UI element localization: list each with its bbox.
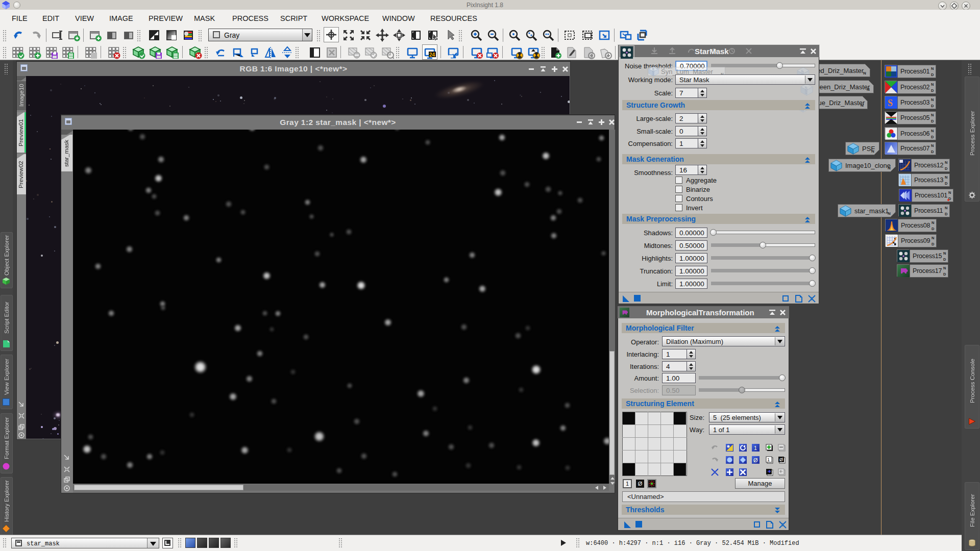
svg-text:24: 24 [429, 52, 435, 58]
svg-text:1: 1 [754, 445, 757, 451]
svg-text:Ø: Ø [753, 457, 758, 463]
svg-text:XISF: XISF [651, 68, 655, 76]
svg-text:XISF: XISF [804, 86, 808, 94]
svg-text:1: 1 [767, 457, 770, 462]
svg-text:Ø: Ø [779, 457, 783, 462]
svg-text:S: S [888, 98, 893, 108]
